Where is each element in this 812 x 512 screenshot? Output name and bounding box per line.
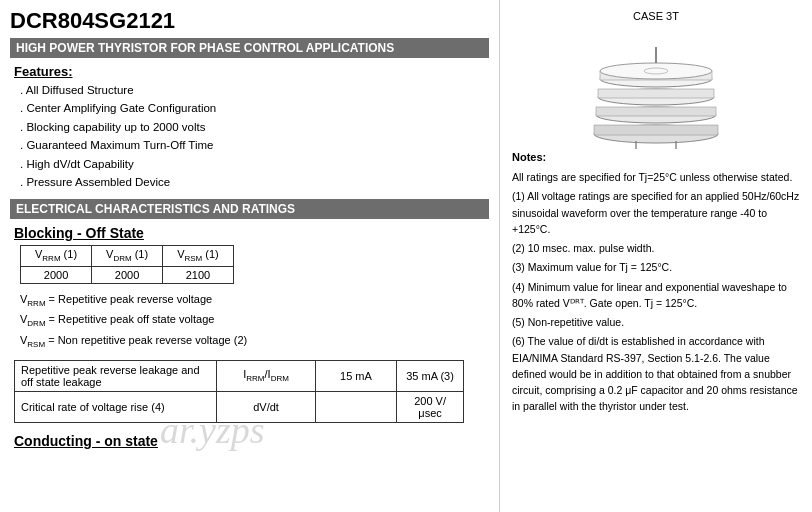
note-general: All ratings are specified for Tj=25°C un… — [512, 169, 800, 185]
table-row-leakage: Repetitive peak reverse leakage and off … — [15, 360, 464, 391]
voltage-val-vrm: 2000 — [21, 266, 92, 283]
note-4: (4) Minimum value for linear and exponen… — [512, 279, 800, 312]
vdrm-def: VDRM = Repetitive peak off state voltage — [20, 310, 489, 331]
dvdt-param: dV/dt — [217, 391, 316, 422]
voltage-definitions: VRRM = Repetitive peak reverse voltage V… — [10, 290, 489, 352]
vrrm-def: VRRM = Repetitive peak reverse voltage — [20, 290, 489, 311]
note-2: (2) 10 msec. max. pulse width. — [512, 240, 800, 256]
dvdt-val2: 200 V/μsec — [396, 391, 463, 422]
vrsm-def: VRSM = Non repetitive peak reverse volta… — [20, 331, 489, 352]
characteristics-table: Repetitive peak reverse leakage and off … — [14, 360, 464, 423]
leakage-val1: 15 mA — [315, 360, 396, 391]
case-label: CASE 3T — [512, 8, 800, 25]
features-title: Features: — [14, 64, 489, 79]
notes-title: Notes: — [512, 149, 800, 166]
dvdt-val1 — [315, 391, 396, 422]
thyristor-diagram — [576, 29, 736, 149]
note-1: (1) All voltage ratings are specified fo… — [512, 188, 800, 237]
table-row-dvdt: Critical rate of voltage rise (4) dV/dt … — [15, 391, 464, 422]
voltage-table: VRRM (1) VDRM (1) VRSM (1) 2000 2000 210… — [20, 245, 234, 283]
leakage-param: IRRM/IDRM — [217, 360, 316, 391]
feature-item-3: Blocking capability up to 2000 volts — [20, 118, 489, 136]
svg-rect-3 — [596, 107, 716, 116]
electrical-section-header: ELECTRICAL CHARACTERISTICS AND RATINGS — [10, 199, 489, 219]
voltage-val-vrsm: 2100 — [163, 266, 234, 283]
feature-item-6: Pressure Assembled Device — [20, 173, 489, 191]
svg-point-8 — [600, 63, 712, 79]
note-3: (3) Maximum value for Tj = 125°C. — [512, 259, 800, 275]
voltage-header-vdrm: VDRM (1) — [92, 246, 163, 266]
notes-text: All ratings are specified for Tj=25°C un… — [512, 169, 800, 415]
svg-rect-1 — [594, 125, 718, 135]
leakage-label: Repetitive peak reverse leakage and off … — [15, 360, 217, 391]
voltage-val-vdrm: 2000 — [92, 266, 163, 283]
leakage-val2: 35 mA (3) — [396, 360, 463, 391]
page-title: DCR804SG2121 — [10, 8, 489, 34]
feature-item-2: Center Amplifying Gate Configuration — [20, 99, 489, 117]
features-section: Features: All Diffused Structure Center … — [10, 64, 489, 191]
blocking-title: Blocking - Off State — [10, 225, 489, 241]
feature-item-5: High dV/dt Capability — [20, 155, 489, 173]
note-5: (5) Non-repetitive value. — [512, 314, 800, 330]
note-6: (6) The value of di/dt is established in… — [512, 333, 800, 414]
features-list: All Diffused Structure Center Amplifying… — [14, 81, 489, 191]
feature-item-4: Guaranteed Maximum Turn-Off Time — [20, 136, 489, 154]
voltage-header-vrsm: VRSM (1) — [163, 246, 234, 266]
conducting-title: Conducting - on state — [10, 433, 489, 449]
feature-item-1: All Diffused Structure — [20, 81, 489, 99]
dvdt-label: Critical rate of voltage rise (4) — [15, 391, 217, 422]
voltage-header-vrm: VRRM (1) — [21, 246, 92, 266]
left-panel: DCR804SG2121 HIGH POWER THYRISTOR FOR PH… — [0, 0, 500, 512]
subtitle-bar: HIGH POWER THYRISTOR FOR PHASE CONTROL A… — [10, 38, 489, 58]
right-panel: CASE 3T Notes: All ratings are specified… — [500, 0, 812, 512]
svg-rect-5 — [598, 89, 714, 98]
